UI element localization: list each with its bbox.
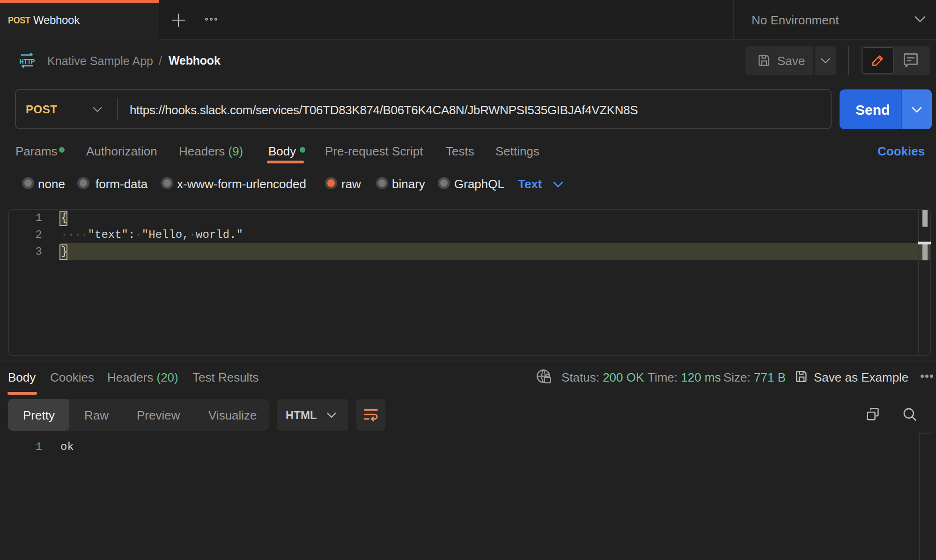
svg-text:HTTP: HTTP [20, 57, 35, 65]
